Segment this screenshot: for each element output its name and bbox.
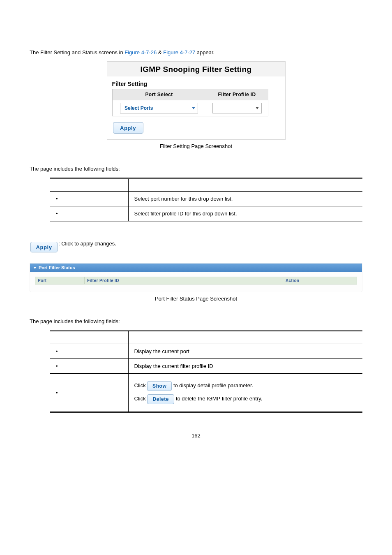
delete-button[interactable]: Delete xyxy=(147,394,174,404)
port-filter-status-screenshot: Port Filter Status Port Filter Profile I… xyxy=(30,263,362,292)
th-filter-profile-id: Filter Profile ID xyxy=(206,89,268,100)
intro-suffix: appear. xyxy=(195,49,214,56)
bullet-icon: • xyxy=(56,210,63,217)
figure-link-2[interactable]: Figure 4-7-27 xyxy=(163,49,195,56)
bullet-icon: • xyxy=(56,390,63,396)
desc-cell: Select port number for this drop down li… xyxy=(128,192,362,206)
status-card-header[interactable]: Port Filter Status xyxy=(30,264,362,272)
port-select-dropdown[interactable]: Select Ports xyxy=(120,103,198,113)
th-port-select: Port Select xyxy=(112,89,206,100)
filter-setting-screenshot: IGMP Snooping Filter Setting Filter Sett… xyxy=(107,61,286,140)
table-row: • Select filter profile ID for this drop… xyxy=(50,206,362,222)
delete-label: Delete xyxy=(152,396,169,402)
apply-label: Apply xyxy=(120,125,136,131)
th-description xyxy=(128,178,362,192)
intro-amp: & xyxy=(157,49,163,56)
table-row: • Display the current port xyxy=(50,344,362,359)
apply-desc: : Click to apply changes. xyxy=(58,240,116,247)
chevron-down-icon xyxy=(192,107,195,109)
fields-intro-2: The page includes the following fields: xyxy=(30,318,362,324)
caption-2: Port Filter Status Page Screenshot xyxy=(30,296,362,302)
table-row: • Display the current filter profile ID xyxy=(50,359,362,374)
desc-cell: Display the current port xyxy=(128,344,362,359)
chevron-down-icon xyxy=(33,267,37,269)
buttons-description: Apply : Click to apply changes. xyxy=(30,236,362,252)
screenshot-title: IGMP Snooping Filter Setting xyxy=(141,65,252,74)
status-th-action: Action xyxy=(283,277,357,284)
show-button[interactable]: Show xyxy=(147,381,172,391)
th-object xyxy=(50,178,128,192)
show-label: Show xyxy=(152,383,166,389)
click-text: Click xyxy=(134,395,148,402)
th-object xyxy=(50,331,128,344)
table-row: • Select port number for this drop down … xyxy=(50,192,362,206)
page-number: 162 xyxy=(30,432,362,439)
status-th-port: Port xyxy=(35,277,85,284)
fields-intro-1: The page includes the following fields: xyxy=(30,166,362,172)
status-th-filter-profile: Filter Profile ID xyxy=(85,277,283,284)
th-description xyxy=(128,331,362,344)
bullet-icon: • xyxy=(56,363,63,369)
figure-link-1[interactable]: Figure 4-7-26 xyxy=(125,49,157,56)
delete-suffix: to delete the IGMP filter profile entry. xyxy=(174,395,262,402)
show-suffix: to display detail profile parameter. xyxy=(172,382,253,388)
action-desc-cell: Click Show to display detail profile par… xyxy=(128,374,362,412)
fields-table-1: • Select port number for this drop down … xyxy=(50,178,362,222)
filter-profile-dropdown[interactable] xyxy=(212,103,262,113)
filter-setting-table: Port Select Filter Profile ID Select Por… xyxy=(112,89,268,116)
apply-label: Apply xyxy=(36,244,52,250)
port-select-label: Select Ports xyxy=(125,105,153,111)
status-table: Port Filter Profile ID Action xyxy=(35,277,357,284)
bullet-icon: • xyxy=(56,348,63,354)
caption-1: Filter Setting Page Screenshot xyxy=(30,143,362,149)
apply-button[interactable]: Apply xyxy=(113,122,143,134)
fields-table-2: • Display the current port • Display the… xyxy=(50,330,362,413)
chevron-down-icon xyxy=(256,107,259,109)
table-row: • Click Show to display detail profile p… xyxy=(50,374,362,412)
filter-setting-heading: Filter Setting xyxy=(112,81,280,87)
desc-cell: Display the current filter profile ID xyxy=(128,359,362,374)
desc-cell: Select filter profile ID for this drop d… xyxy=(128,206,362,222)
click-text: Click xyxy=(134,382,148,388)
apply-button-inline[interactable]: Apply xyxy=(30,242,58,252)
intro-prefix: The Filter Setting and Status screens in xyxy=(30,49,125,56)
status-header-text: Port Filter Status xyxy=(39,265,75,270)
screenshot-title-row: IGMP Snooping Filter Setting xyxy=(107,62,285,76)
bullet-icon: • xyxy=(56,196,63,202)
intro-text: The Filter Setting and Status screens in… xyxy=(30,49,362,56)
